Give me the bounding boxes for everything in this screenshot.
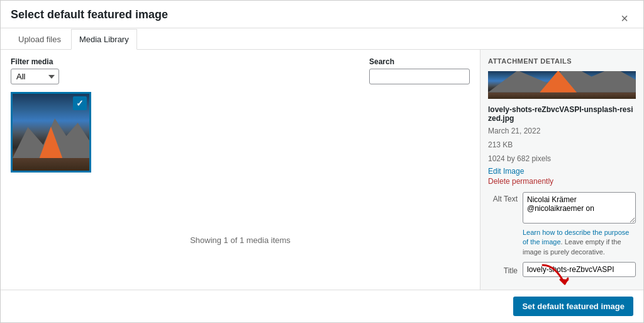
toolbar: Filter media All Images Audio Video Sear… [11, 57, 470, 84]
filter-group: Filter media All Images Audio Video [11, 57, 59, 84]
close-button[interactable]: × [616, 9, 633, 27]
attachment-size: 213 KB [488, 139, 636, 150]
title-label: Title [488, 264, 523, 275]
edit-image-link[interactable]: Edit Image [488, 167, 636, 176]
search-group: Search [369, 57, 470, 84]
tab-upload-files[interactable]: Upload files [11, 29, 69, 50]
media-grid: ✓ Showing 1 of 1 media items [11, 92, 470, 282]
modal-title: Select default featured image [11, 8, 168, 28]
modal-footer: Set default featured image [1, 290, 643, 322]
alt-text-input[interactable] [523, 192, 636, 224]
tabs-bar: Upload files Media Library [1, 28, 643, 50]
main-area: Filter media All Images Audio Video Sear… [1, 50, 480, 290]
modal-header: Select default featured image × [1, 1, 643, 28]
set-featured-image-button[interactable]: Set default featured image [513, 297, 633, 316]
delete-permanently-link[interactable]: Delete permanently [488, 177, 636, 186]
tab-media-library[interactable]: Media Library [71, 29, 137, 50]
filter-label: Filter media [11, 57, 59, 66]
attachment-thumb-image [488, 71, 636, 99]
sidebar-panel: ATTACHMENT DETAILS lovely-shots-reZbvcVA… [480, 50, 643, 290]
alt-text-row: Alt Text Learn how to describe the purpo… [488, 192, 636, 257]
media-item[interactable]: ✓ [11, 92, 91, 173]
arrow-indicator [536, 262, 574, 292]
alt-text-label: Alt Text [488, 192, 523, 203]
search-label: Search [369, 57, 470, 66]
attachment-date: March 21, 2022 [488, 125, 636, 137]
media-count: Showing 1 of 1 media items [11, 235, 470, 245]
selected-checkmark: ✓ [73, 96, 87, 110]
attachment-filename: lovely-shots-reZbvcVASPI-unsplash-resize… [488, 105, 636, 123]
modal-body: Filter media All Images Audio Video Sear… [1, 50, 643, 290]
attachment-dimensions: 1024 by 682 pixels [488, 153, 636, 164]
modal-container: Select default featured image × Upload f… [0, 0, 644, 323]
filter-select[interactable]: All Images Audio Video [11, 69, 59, 84]
attachment-thumbnail [488, 71, 636, 99]
alt-text-container: Learn how to describe the purpose of the… [523, 192, 636, 257]
media-items: ✓ [11, 92, 91, 173]
alt-text-help: Learn how to describe the purpose of the… [523, 228, 636, 257]
attachment-details-label: ATTACHMENT DETAILS [488, 57, 636, 65]
search-input[interactable] [369, 69, 470, 84]
